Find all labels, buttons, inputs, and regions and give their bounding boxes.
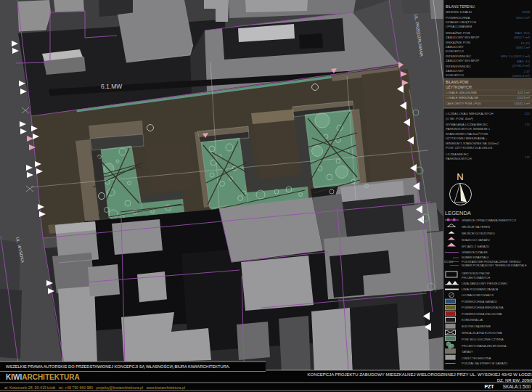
svg-text:423.1 m²: 423.1 m²: [517, 91, 531, 94]
svg-text:PODSTAWOWE PRZEZNACZENIE TEREN: PODSTAWOWE PRZEZNACZENIE TERENU: [462, 260, 520, 264]
svg-text:POWIERZCHNIA: POWIERZCHNIA: [446, 16, 470, 20]
svg-text:POWIERZCHNIA GARAŻU: POWIERZCHNIA GARAŻU: [462, 300, 497, 303]
svg-text:OPRACOWANIEM: OPRACOWANIEM: [446, 25, 472, 28]
svg-text:POW. UŻYTKOWEJ DLA USŁUG: POW. UŻYTKOWEJ DLA USŁUG: [446, 146, 493, 150]
svg-text:NR/EWID DZIAŁKI: NR/EWID DZIAŁKI: [446, 10, 472, 14]
svg-text:BILANS TERENU:: BILANS TERENU:: [446, 4, 475, 9]
svg-text:KONCEPCJA PROJEKTU ZABUDOWY MI: KONCEPCJA PROJEKTU ZABUDOWY MIESZKALNEJ …: [307, 372, 532, 377]
svg-text:KONCEPCJI: KONCEPCJI: [446, 73, 464, 77]
svg-text:BUDYNKI SĄSIEDNIE: BUDYNKI SĄSIEDNIE: [462, 324, 491, 328]
svg-text:GRANICE DZIAŁEK: GRANICE DZIAŁEK: [462, 250, 488, 254]
svg-text:WYJAZD Z GARAŻU: WYJAZD Z GARAŻU: [462, 245, 489, 248]
svg-text:LEGENDA: LEGENDA: [445, 210, 471, 216]
svg-text:PODZIAŁ NA STREFY W GARAŻU: PODZIAŁ NA STREFY W GARAŻU: [462, 362, 507, 365]
svg-text:WSKAŹNIK POW.: WSKAŹNIK POW.: [446, 41, 471, 44]
svg-text:NUMER PORZĄDKOWY TERENU W KWAR: NUMER PORZĄDKOWY TERENU W KWARTALE: [462, 264, 527, 267]
svg-text:BILANS POW.: BILANS POW.: [446, 80, 469, 84]
svg-text:UŻYTKOWYCH:: UŻYTKOWYCH:: [446, 85, 472, 89]
svg-text:DZ. NR EW. 209/8: DZ. NR EW. 209/8: [497, 378, 532, 383]
svg-text:(14651.8 m²): (14651.8 m²): [512, 74, 530, 78]
svg-text:ZABUDOWY WG MPZP: ZABUDOWY WG MPZP: [446, 36, 480, 39]
svg-text:2.47: 2.47: [524, 70, 531, 73]
svg-text:DZIAŁEK OBJĘTYCH: DZIAŁEK OBJĘTYCH: [446, 20, 476, 24]
svg-text:209/8: 209/8: [522, 10, 530, 14]
svg-text:3483.1 m²: 3483.1 m²: [516, 46, 531, 49]
svg-text:WINDA+KLATKA SCHODOWA: WINDA+KLATKA SCHODOWA: [462, 331, 502, 335]
svg-text:CAŁKOWITY PUM +PUU: CAŁKOWITY PUM +PUU: [446, 102, 481, 105]
svg-text:MINIMUM 5 STANOWISK NA 1000m2: MINIMUM 5 STANOWISK NA 1000m2: [446, 142, 499, 145]
svg-text:KOMUNIKACJA: KOMUNIKACJA: [462, 318, 483, 322]
svg-text:GRANICE OPRACOWANIA INWESTYCJI: GRANICE OPRACOWANIA INWESTYCJI: [462, 219, 516, 222]
svg-text:INTENSYWNOŚĆ: INTENSYWNOŚĆ: [446, 54, 471, 58]
svg-text:TARASY: TARASY: [462, 350, 473, 354]
svg-text:10228 m²: 10228 m²: [517, 96, 531, 99]
svg-text:LICZBA KONDYGNACJI: LICZBA KONDYGNACJI: [462, 293, 494, 297]
svg-text:5921.5 m²: 5921.5 m²: [516, 16, 531, 20]
svg-text:WEJŚCIE NA TEREN: WEJŚCIE NA TEREN: [462, 225, 490, 229]
svg-text:PZT: PZT: [484, 384, 494, 389]
svg-text:MAX. 3.0: MAX. 3.0: [517, 60, 530, 63]
svg-text:ZABUDOWY WG MPZP: ZABUDOWY WG MPZP: [446, 59, 480, 62]
svg-text:172: 172: [525, 155, 531, 159]
svg-text:(3852.7 m²): (3852.7 m²): [514, 36, 531, 39]
svg-text:LOKALE MIESZKALNE: LOKALE MIESZKALNE: [446, 96, 478, 99]
svg-text:KONCEPCJI: KONCEPCJI: [446, 49, 464, 53]
svg-text:STANOWISKO NA 60m² POW.: STANOWISKO NA 60m² POW.: [446, 132, 488, 136]
svg-text:WYMAGANA LICZBA MIEJSC: WYMAGANA LICZBA MIEJSC: [446, 123, 488, 126]
svg-text:POWIERZCHNIA MIESZKALNA: POWIERZCHNIA MIESZKALNA: [462, 306, 504, 309]
svg-text:(17781.9 m²): (17781.9 m²): [512, 64, 530, 68]
svg-text:al. Kościuszki 28, 90-419 Łódź: al. Kościuszki 28, 90-419 Łódź tel. +48 …: [4, 385, 185, 390]
svg-text:225: 225: [525, 112, 531, 115]
svg-text:10441.1 m²: 10441.1 m²: [514, 102, 530, 105]
svg-text:6.1.MW: 6.1.MW: [101, 83, 122, 90]
svg-text:PROJEKTOWANA ZIELEŃ NISKA: PROJEKTOWANA ZIELEŃ NISKA: [462, 344, 507, 348]
svg-text:PARKINGOWYCH:: PARKINGOWYCH:: [446, 157, 472, 160]
svg-text:LICZBA MIEJSC: LICZBA MIEJSC: [446, 152, 469, 156]
svg-text:170: 170: [525, 123, 531, 126]
svg-text:NUMER KWARTAŁU: NUMER KWARTAŁU: [462, 256, 489, 259]
svg-text:ZABUDOWY: ZABUDOWY: [446, 69, 464, 73]
svg-text:61.4%: 61.4%: [521, 41, 530, 45]
svg-text:6.1.MW: 6.1.MW: [444, 261, 454, 264]
svg-text:CZĘŚĆ TECHNICZNA: CZĘŚĆ TECHNICZNA: [462, 356, 491, 360]
svg-text:WSZELKIE PRAWA AUTORSKIE DO PR: WSZELKIE PRAWA AUTORSKIE DO PRZEDSTAWION…: [6, 364, 231, 369]
svg-text:UŻYTKOWEJ MIESZKANIA +: UŻYTKOWEJ MIESZKANIA +: [446, 136, 488, 140]
svg-text:POWIERZCHNIA USŁUGOWA: POWIERZCHNIA USŁUGOWA: [462, 312, 502, 316]
svg-text:(O ŚR. POW. 45m²): (O ŚR. POW. 45m²): [446, 117, 474, 121]
svg-text:OBRYS BUDYNKÓW: OBRYS BUDYNKÓW: [462, 271, 490, 275]
svg-text:LICZBA LOKALI MIESZKALNYCH: LICZBA LOKALI MIESZKALNYCH: [446, 112, 494, 115]
svg-text:LOKALE USŁUGOWE: LOKALE USŁUGOWE: [446, 91, 477, 94]
svg-text:PROJEKTOWANYCH: PROJEKTOWANYCH: [462, 276, 490, 279]
svg-text:LINIA ZABUDOWY PIERZEJOWEJ: LINIA ZABUDOWY PIERZEJOWEJ: [462, 282, 507, 285]
svg-text:KIWIARCHITEKTURA: KIWIARCHITEKTURA: [6, 373, 80, 381]
svg-text:INTENSYWNOŚĆ: INTENSYWNOŚĆ: [446, 65, 471, 68]
svg-text:LINIA ROZGRANICZAJĄCA: LINIA ROZGRANICZAJĄCA: [462, 287, 499, 291]
svg-text:SKALA:1:500: SKALA:1:500: [503, 384, 531, 389]
svg-text:N: N: [457, 171, 463, 182]
svg-text:MAX. 65%: MAX. 65%: [515, 31, 530, 35]
svg-text:PARKINGOWYCH- MINIMUM 1: PARKINGOWYCH- MINIMUM 1: [446, 127, 491, 131]
svg-text:WEJŚCIE DO BUDYNKU: WEJŚCIE DO BUDYNKU: [462, 232, 495, 235]
svg-text:WJAZD DO GARAŻU: WJAZD DO GARAŻU: [462, 238, 490, 242]
svg-text:ZABUDOWY: ZABUDOWY: [446, 45, 464, 49]
svg-text:WSKAŹNIK POW.: WSKAŹNIK POW.: [446, 31, 471, 35]
svg-text:POW. BIOLOGICZNIE CZYNNA: POW. BIOLOGICZNIE CZYNNA: [462, 338, 504, 341]
svg-text:MIN. 1.0 (5921.5 m²): MIN. 1.0 (5921.5 m²): [501, 54, 530, 58]
